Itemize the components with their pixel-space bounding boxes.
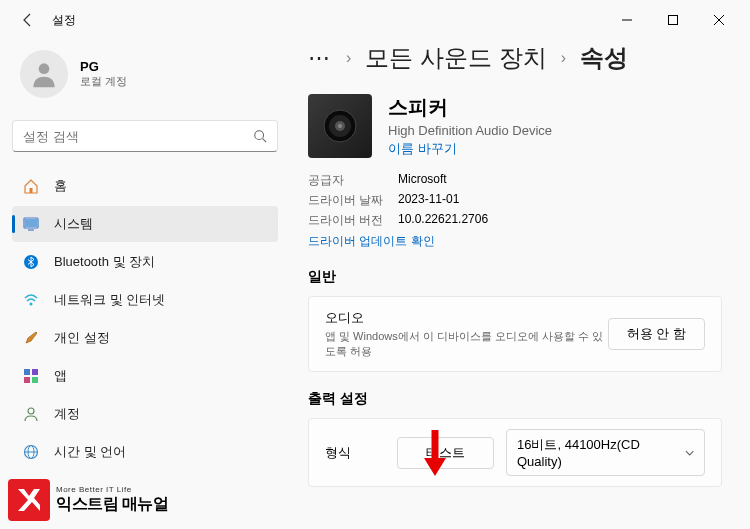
nav-home[interactable]: 홈 — [12, 168, 278, 204]
nav-label: Bluetooth 및 장치 — [54, 253, 155, 271]
window-title: 설정 — [52, 12, 76, 29]
watermark-badge — [8, 479, 50, 521]
meta-label: 드라이버 버전 — [308, 212, 398, 229]
brush-icon — [22, 329, 40, 347]
audio-card: 오디오 앱 및 Windows에서 이 디바이스를 오디오에 사용할 수 있도록… — [308, 296, 722, 372]
chevron-right-icon: › — [346, 49, 351, 67]
nav-label: 네트워크 및 인터넷 — [54, 291, 165, 309]
close-button[interactable] — [696, 4, 742, 36]
speaker-icon — [308, 94, 372, 158]
svg-point-4 — [39, 63, 50, 74]
svg-rect-7 — [30, 188, 33, 193]
card-sub: 앱 및 Windows에서 이 디바이스를 오디오에 사용할 수 있도록 허용 — [325, 329, 608, 359]
chevron-right-icon: › — [561, 49, 566, 67]
nav-accounts[interactable]: 계정 — [12, 396, 278, 432]
user-subtitle: 로컬 계정 — [80, 74, 127, 89]
sidebar: PG 로컬 계정 홈 시스템 Bluetooth 및 장치 — [0, 40, 290, 529]
chevron-down-icon — [685, 448, 694, 458]
driver-update-link[interactable]: 드라이버 업데이트 확인 — [308, 233, 722, 250]
test-button[interactable]: 테스트 — [397, 437, 494, 469]
user-block[interactable]: PG 로컬 계정 — [12, 40, 278, 116]
watermark-sub: More Better IT Life — [56, 485, 168, 494]
system-icon — [22, 215, 40, 233]
meta-label: 드라이버 날짜 — [308, 192, 398, 209]
nav-network[interactable]: 네트워크 및 인터넷 — [12, 282, 278, 318]
breadcrumb-current: 속성 — [580, 42, 628, 74]
arrow-left-icon — [20, 12, 36, 28]
section-general: 일반 — [308, 268, 722, 286]
avatar — [20, 50, 68, 98]
breadcrumb-item[interactable]: 모든 사운드 장치 — [365, 42, 546, 74]
nav-label: 시간 및 언어 — [54, 443, 126, 461]
apps-icon — [22, 367, 40, 385]
titlebar: 설정 — [0, 0, 750, 40]
svg-point-12 — [30, 303, 33, 306]
maximize-button[interactable] — [650, 4, 696, 36]
watermark: More Better IT Life 익스트림 매뉴얼 — [8, 479, 168, 521]
svg-point-5 — [255, 131, 264, 140]
nav-label: 앱 — [54, 367, 67, 385]
meta-label: 공급자 — [308, 172, 398, 189]
svg-point-17 — [28, 408, 34, 414]
svg-rect-13 — [24, 369, 30, 375]
back-button[interactable] — [16, 8, 40, 32]
nav-label: 시스템 — [54, 215, 93, 233]
home-icon — [22, 177, 40, 195]
format-row: 형식 테스트 16비트, 44100Hz(CD Quality) — [308, 418, 722, 487]
nav: 홈 시스템 Bluetooth 및 장치 네트워크 및 인터넷 개인 설정 앱 — [12, 168, 278, 470]
device-header: 스피커 High Definition Audio Device 이름 바꾸기 — [308, 94, 722, 158]
nav-system[interactable]: 시스템 — [12, 206, 278, 242]
nav-label: 계정 — [54, 405, 80, 423]
watermark-main: 익스트림 매뉴얼 — [56, 494, 168, 515]
person-icon — [28, 58, 60, 90]
device-desc: High Definition Audio Device — [388, 123, 552, 138]
nav-personalization[interactable]: 개인 설정 — [12, 320, 278, 356]
close-icon — [714, 15, 724, 25]
main-content: ⋯ › 모든 사운드 장치 › 속성 스피커 High Definition A… — [290, 40, 750, 529]
wifi-icon — [22, 291, 40, 309]
disallow-button[interactable]: 허용 안 함 — [608, 318, 705, 350]
nav-apps[interactable]: 앱 — [12, 358, 278, 394]
svg-rect-16 — [32, 377, 38, 383]
minimize-icon — [622, 15, 632, 25]
device-meta: 공급자 Microsoft 드라이버 날짜 2023-11-01 드라이버 버전… — [308, 172, 722, 229]
search-icon — [253, 129, 267, 143]
globe-icon — [22, 443, 40, 461]
breadcrumb: ⋯ › 모든 사운드 장치 › 속성 — [308, 42, 722, 74]
card-title: 오디오 — [325, 309, 608, 327]
format-label: 형식 — [325, 444, 385, 462]
svg-rect-14 — [32, 369, 38, 375]
device-name: 스피커 — [388, 94, 552, 121]
section-output: 출력 설정 — [308, 390, 722, 408]
svg-line-6 — [263, 139, 267, 143]
maximize-icon — [668, 15, 678, 25]
format-dropdown[interactable]: 16비트, 44100Hz(CD Quality) — [506, 429, 705, 476]
user-name: PG — [80, 59, 127, 74]
search-box[interactable] — [12, 120, 278, 152]
meta-value: 10.0.22621.2706 — [398, 212, 722, 229]
nav-time-language[interactable]: 시간 및 언어 — [12, 434, 278, 470]
breadcrumb-more[interactable]: ⋯ — [308, 45, 332, 71]
rename-link[interactable]: 이름 바꾸기 — [388, 140, 552, 158]
account-icon — [22, 405, 40, 423]
svg-point-24 — [338, 124, 342, 128]
nav-label: 홈 — [54, 177, 67, 195]
meta-value: Microsoft — [398, 172, 722, 189]
search-input[interactable] — [23, 129, 253, 144]
svg-rect-9 — [25, 219, 37, 227]
svg-rect-15 — [24, 377, 30, 383]
bluetooth-icon — [22, 253, 40, 271]
nav-label: 개인 설정 — [54, 329, 110, 347]
meta-value: 2023-11-01 — [398, 192, 722, 209]
dropdown-value: 16비트, 44100Hz(CD Quality) — [517, 436, 677, 469]
nav-bluetooth[interactable]: Bluetooth 및 장치 — [12, 244, 278, 280]
minimize-button[interactable] — [604, 4, 650, 36]
svg-rect-1 — [669, 16, 678, 25]
